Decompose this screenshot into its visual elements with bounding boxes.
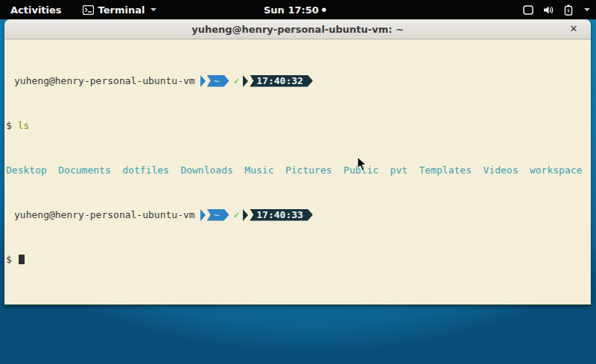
terminal-content[interactable]: yuheng@henry-personal-ubuntu-vm ~ ✓ 17:4… (4, 39, 591, 304)
directory-name: Documents (58, 165, 110, 176)
terminal-icon (83, 5, 94, 15)
cwd-segment: ~ (207, 209, 229, 221)
time-segment: 17:40:33 (250, 209, 313, 221)
directory-name: Music (244, 165, 273, 176)
powerline-arrow-icon (200, 75, 206, 87)
command-line: $ ls (6, 120, 589, 131)
terminal-window: yuheng@henry-personal-ubuntu-vm: ~ ✕ yuh… (4, 19, 591, 305)
window-title: yuheng@henry-personal-ubuntu-vm: ~ (191, 24, 404, 35)
directory-name: Templates (419, 165, 472, 176)
directory-name: workspace (530, 165, 582, 176)
directory-name: Public (343, 165, 378, 176)
notification-dot-icon: ● (322, 7, 326, 13)
ls-output-line: Desktop Documents dotfiles Downloads Mus… (6, 165, 589, 176)
directory-name: Downloads (180, 165, 232, 176)
prompt-user: yuheng@henry-personal-ubuntu-vm (14, 75, 195, 86)
clock-label: Sun 17:50 (264, 4, 319, 16)
network-icon (523, 5, 533, 15)
app-menu-label: Terminal (98, 4, 145, 16)
top-bar: Activities Terminal Sun 17:50 ● (0, 0, 596, 19)
directory-name: Desktop (6, 165, 47, 176)
input-line: $ (6, 254, 589, 265)
prompt-line: yuheng@henry-personal-ubuntu-vm ~ ✓ 17:4… (6, 75, 589, 86)
time-segment: 17:40:32 (250, 75, 313, 87)
success-check-icon: ✓ (233, 75, 239, 86)
app-menu-terminal[interactable]: Terminal (83, 4, 157, 16)
directory-name: dotfiles (122, 165, 169, 176)
powerline-arrow-icon (243, 75, 248, 87)
clock-button[interactable]: Sun 17:50 ● (264, 0, 326, 19)
chevron-down-icon (584, 8, 590, 11)
close-icon[interactable]: ✕ (567, 22, 580, 36)
window-titlebar[interactable]: yuheng@henry-personal-ubuntu-vm: ~ ✕ (4, 19, 591, 39)
chevron-down-icon (150, 8, 156, 11)
prompt-user: yuheng@henry-personal-ubuntu-vm (14, 209, 195, 220)
cwd-segment: ~ (207, 75, 229, 87)
success-check-icon: ✓ (233, 209, 239, 220)
prompt-symbol: $ (6, 254, 12, 265)
volume-icon (543, 5, 554, 15)
directory-name: Videos (484, 165, 519, 176)
powerline-arrow-icon (243, 209, 248, 221)
activities-button[interactable]: Activities (7, 4, 65, 16)
prompt-symbol: $ (6, 120, 12, 131)
battery-charging-icon (564, 4, 573, 16)
directory-name: Pictures (285, 165, 332, 176)
powerline-arrow-icon (200, 209, 206, 221)
directory-name: pvt (390, 165, 408, 176)
text-cursor (19, 255, 25, 264)
command-text: ls (18, 120, 30, 131)
system-status-area[interactable] (523, 0, 590, 19)
prompt-line: yuheng@henry-personal-ubuntu-vm ~ ✓ 17:4… (6, 209, 589, 220)
